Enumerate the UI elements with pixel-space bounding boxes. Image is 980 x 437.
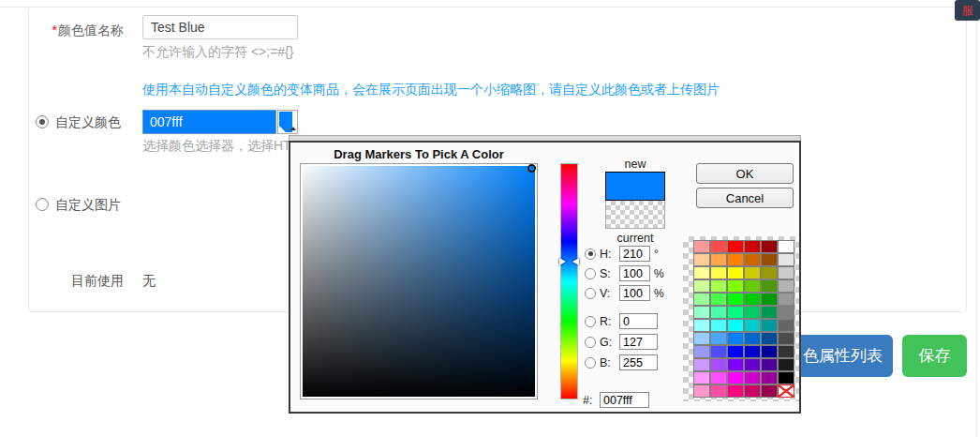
palette-swatch[interactable] <box>727 266 744 279</box>
palette-swatch[interactable] <box>761 319 778 332</box>
palette-swatch[interactable] <box>710 384 727 398</box>
palette-swatch[interactable] <box>710 358 727 371</box>
palette-swatch[interactable] <box>710 371 727 384</box>
hex-input[interactable] <box>600 392 649 408</box>
palette-swatch[interactable] <box>727 319 744 332</box>
palette-swatch[interactable] <box>710 266 727 279</box>
palette-swatch[interactable] <box>727 240 744 253</box>
palette-swatch[interactable] <box>778 371 794 384</box>
palette-swatch[interactable] <box>778 279 794 293</box>
palette-swatch[interactable] <box>710 319 727 332</box>
palette-swatch[interactable] <box>761 279 778 293</box>
s-input[interactable] <box>619 265 650 281</box>
attribute-list-button[interactable]: 色属性列表 <box>793 335 893 377</box>
v-radio[interactable] <box>585 288 596 299</box>
palette-swatch[interactable] <box>693 332 710 345</box>
palette-swatch[interactable] <box>693 358 710 371</box>
palette-swatch[interactable] <box>744 293 761 306</box>
h-input[interactable] <box>619 246 650 262</box>
palette-swatch[interactable] <box>744 319 761 332</box>
palette-swatch[interactable] <box>744 306 761 319</box>
hue-slider[interactable] <box>560 163 578 399</box>
palette-swatch[interactable] <box>727 279 744 293</box>
palette-swatch[interactable] <box>744 266 761 279</box>
palette-swatch[interactable] <box>727 306 744 319</box>
palette-swatch[interactable] <box>744 358 761 371</box>
color-picker-button[interactable] <box>277 110 298 134</box>
palette-swatch[interactable] <box>778 240 794 253</box>
palette-swatch[interactable] <box>710 253 727 266</box>
palette-swatch[interactable] <box>693 384 710 398</box>
palette-swatch[interactable] <box>778 253 794 266</box>
cancel-button[interactable]: Cancel <box>696 188 794 208</box>
palette-swatch[interactable] <box>727 384 744 398</box>
palette-swatch[interactable] <box>693 293 710 306</box>
s-radio[interactable] <box>585 268 596 279</box>
palette-swatch[interactable] <box>727 345 744 358</box>
custom-color-radio-label[interactable]: 自定义颜色 <box>55 114 121 131</box>
palette-swatch[interactable] <box>778 293 794 306</box>
palette-swatch[interactable] <box>727 293 744 306</box>
palette-swatch[interactable] <box>693 345 710 358</box>
hue-marker-left-icon[interactable] <box>559 258 566 265</box>
palette-swatch[interactable] <box>744 332 761 345</box>
palette-swatch[interactable] <box>744 279 761 293</box>
palette-swatch[interactable] <box>693 279 710 293</box>
r-input[interactable] <box>619 313 658 329</box>
palette-swatch[interactable] <box>761 345 778 358</box>
palette-swatch[interactable] <box>710 332 727 345</box>
palette-swatch[interactable] <box>693 240 710 253</box>
sv-gradient[interactable] <box>300 163 538 399</box>
h-radio[interactable] <box>585 249 596 260</box>
palette-swatch[interactable] <box>778 345 794 358</box>
customer-service-tag[interactable]: 服 <box>955 0 980 21</box>
palette-swatch[interactable] <box>744 345 761 358</box>
palette-swatch[interactable] <box>761 240 778 253</box>
palette-swatch[interactable] <box>778 266 794 279</box>
color-hex-input[interactable] <box>142 110 276 134</box>
palette-swatch[interactable] <box>778 306 794 319</box>
palette-swatch[interactable] <box>761 358 778 371</box>
palette-swatch[interactable] <box>727 253 744 266</box>
palette-swatch[interactable] <box>761 266 778 279</box>
color-name-input[interactable] <box>142 15 298 39</box>
r-radio[interactable] <box>585 316 596 327</box>
custom-image-radio-label[interactable]: 自定义图片 <box>55 197 121 214</box>
palette-swatch[interactable] <box>710 240 727 253</box>
palette-swatch[interactable] <box>778 358 794 371</box>
palette-swatch[interactable] <box>744 384 761 398</box>
palette-swatch[interactable] <box>761 293 778 306</box>
palette-swatch[interactable] <box>727 371 744 384</box>
palette-swatch[interactable] <box>761 384 778 398</box>
b-input[interactable] <box>619 354 658 370</box>
v-input[interactable] <box>619 285 650 301</box>
custom-image-radio[interactable] <box>36 198 49 211</box>
palette-swatch[interactable] <box>710 279 727 293</box>
palette-swatch[interactable] <box>778 332 794 345</box>
custom-color-radio[interactable] <box>36 115 49 128</box>
palette-swatch[interactable] <box>761 332 778 345</box>
palette-swatch[interactable] <box>761 306 778 319</box>
palette-swatch[interactable] <box>727 332 744 345</box>
g-input[interactable] <box>619 334 658 350</box>
palette-swatch[interactable] <box>761 253 778 266</box>
b-radio[interactable] <box>585 357 596 369</box>
palette-swatch[interactable] <box>744 253 761 266</box>
palette-swatch[interactable] <box>710 293 727 306</box>
palette-swatch[interactable] <box>778 319 794 332</box>
palette-swatch[interactable] <box>693 253 710 266</box>
palette-swatch[interactable] <box>744 240 761 253</box>
palette-swatch[interactable] <box>744 371 761 384</box>
save-button[interactable]: 保存 <box>902 335 967 377</box>
palette-swatch[interactable] <box>693 306 710 319</box>
hue-marker-right-icon[interactable] <box>572 258 579 265</box>
palette-swatch[interactable] <box>710 306 727 319</box>
ok-button[interactable]: OK <box>696 163 794 184</box>
palette-swatch[interactable] <box>693 371 710 384</box>
palette-swatch[interactable] <box>761 371 778 384</box>
palette-transparent-swatch[interactable] <box>778 384 794 398</box>
palette-swatch[interactable] <box>710 345 727 358</box>
palette-swatch[interactable] <box>693 266 710 279</box>
g-radio[interactable] <box>585 337 596 348</box>
palette-swatch[interactable] <box>727 358 744 371</box>
